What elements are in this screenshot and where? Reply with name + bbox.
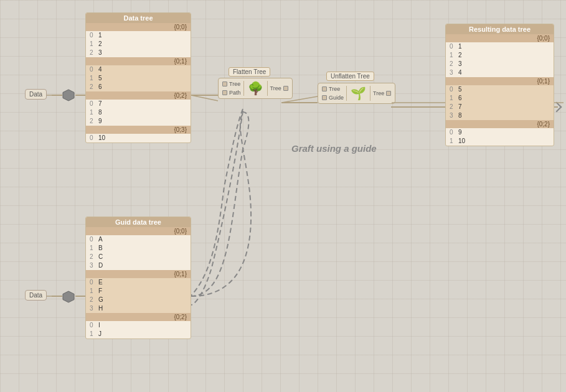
data-tree-row: 04: [86, 65, 191, 74]
data-tree-row: 18: [86, 108, 191, 117]
result-tree-title: Resulting data tree: [446, 24, 554, 34]
flatten-output-label: Tree: [270, 85, 281, 91]
data-tree-panel: Data tree {0;0} 01 12 23 {0;1} 04 15 26 …: [85, 12, 191, 143]
result-tree-row: 34: [446, 68, 554, 77]
flatten-path-label: Path: [229, 90, 241, 96]
guid-tree-row: 1F: [86, 287, 191, 296]
data-tree-row: 26: [86, 83, 191, 91]
data-tree-row: 29: [86, 117, 191, 126]
guid-tree-row: 2G: [86, 296, 191, 304]
guid-tree-title: Guid data tree: [86, 217, 191, 227]
data-tree-row: 07: [86, 100, 191, 108]
guid-tree-section-2: {0;2}: [86, 313, 191, 321]
unflatten-tree-label: Tree: [329, 86, 340, 92]
guid-tree-row: 3D: [86, 261, 191, 270]
data-tree-section-3: {0;3}: [86, 126, 191, 134]
svg-marker-8: [63, 90, 74, 101]
result-tree-section-0: {0;0}: [446, 34, 554, 42]
guid-tree-panel: Guid data tree {0;0} 0A 1B 2C 3D {0;1} 0…: [85, 217, 191, 339]
flatten-label: Flatten Tree: [229, 67, 270, 77]
result-tree-row: 09: [446, 128, 554, 137]
guid-tree-row: 2C: [86, 253, 191, 261]
svg-line-12: [191, 95, 218, 101]
flatten-tree-label: Tree: [229, 81, 240, 87]
flatten-tree-port[interactable]: [222, 82, 227, 86]
data-tree-row: 01: [86, 31, 191, 40]
guid-tree-section-0: {0;0}: [86, 227, 191, 235]
result-tree-row: 01: [446, 42, 554, 51]
unflatten-component[interactable]: Tree Guide 🌱 Tree: [318, 83, 395, 104]
flatten-output-port[interactable]: [283, 86, 288, 91]
data-tree-row: 12: [86, 40, 191, 49]
hex-connector-1[interactable]: [62, 88, 75, 102]
result-tree-row: 27: [446, 103, 554, 111]
result-tree-section-2: {0;2}: [446, 120, 554, 128]
guid-tree-row: 0A: [86, 235, 191, 244]
result-tree-row: 23: [446, 60, 554, 68]
data-tree-section-2: {0;2}: [86, 91, 191, 100]
unflatten-output-label: Tree: [373, 90, 384, 96]
flatten-component[interactable]: Tree Path 🌳 Tree: [218, 78, 293, 99]
guid-tree-row: 0E: [86, 278, 191, 287]
data-tree-row: 23: [86, 49, 191, 57]
svg-marker-9: [63, 291, 74, 302]
unflatten-icon: 🌱: [351, 86, 366, 101]
unflatten-tree-port[interactable]: [322, 86, 327, 91]
unflatten-output-port[interactable]: [386, 91, 391, 96]
hex-connector-2[interactable]: [62, 290, 75, 304]
data-label-1: Data: [25, 89, 47, 100]
data-label-2: Data: [25, 290, 47, 301]
flatten-icon: 🌳: [248, 81, 263, 96]
guid-tree-row: 1J: [86, 330, 191, 338]
result-tree-section-1: {0;1}: [446, 77, 554, 85]
guid-tree-section-1: {0;1}: [86, 270, 191, 278]
result-tree-row: 38: [446, 111, 554, 120]
flatten-path-port[interactable]: [222, 90, 227, 95]
unflatten-label: Unflatten Tree: [326, 72, 374, 81]
result-tree-row: 110: [446, 137, 554, 146]
result-tree-row: 12: [446, 51, 554, 60]
data-tree-row: 15: [86, 74, 191, 83]
data-tree-row: 010: [86, 134, 191, 142]
unflatten-guide-label: Guide: [329, 95, 344, 101]
guid-tree-row: 3H: [86, 304, 191, 313]
data-tree-section-1: {0;1}: [86, 57, 191, 65]
graft-label: Graft using a guide: [291, 143, 377, 154]
data-tree-title: Data tree: [86, 13, 191, 23]
result-tree-row: 16: [446, 94, 554, 103]
guid-tree-row: 0I: [86, 321, 191, 330]
result-tree-row: 05: [446, 85, 554, 94]
result-tree-panel: Resulting data tree {0;0} 01 12 23 34 {0…: [445, 24, 554, 146]
guid-tree-row: 1B: [86, 244, 191, 253]
data-tree-section-0: {0;0}: [86, 23, 191, 31]
unflatten-guide-port[interactable]: [322, 95, 327, 100]
